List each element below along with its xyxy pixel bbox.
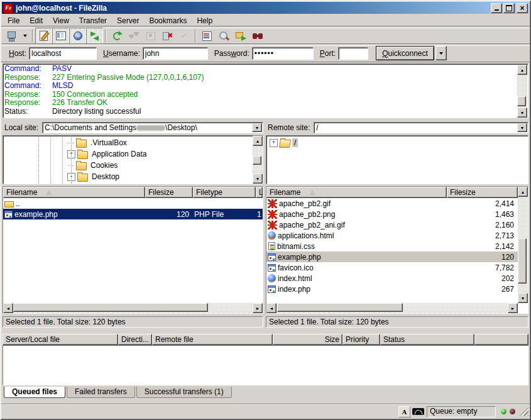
remote-horizontal-scrollbar[interactable]: ◄ ►	[266, 303, 518, 313]
column-header-l[interactable]: L	[256, 187, 263, 198]
directory-listing-filters-button[interactable]	[198, 28, 215, 44]
scrollbar-thumb[interactable]	[517, 96, 526, 106]
local-tree-item[interactable]: Cookies	[3, 160, 263, 171]
queue-column-size[interactable]: Size	[273, 334, 342, 345]
quickconnect-dropdown-button[interactable]	[435, 46, 447, 60]
directory-comparison-button[interactable]	[249, 28, 266, 44]
scroll-left-icon[interactable]: ◄	[266, 303, 276, 313]
file-row[interactable]: index.php267	[266, 284, 518, 294]
disconnect-server-button[interactable]	[159, 28, 176, 44]
menu-item-transfer[interactable]: Transfer	[74, 16, 112, 26]
scroll-left-icon[interactable]: ◄	[3, 303, 13, 313]
column-header-label: Filename	[6, 188, 37, 197]
toggle-local-tree-button[interactable]	[52, 28, 69, 44]
scroll-right-icon[interactable]: ►	[253, 303, 263, 313]
scrollbar-thumb[interactable]	[253, 156, 261, 165]
queue-column-status[interactable]: Status	[380, 334, 474, 345]
scrollbar-track[interactable]	[517, 75, 527, 108]
menu-item-help[interactable]: Help	[192, 16, 217, 26]
scrollbar-track[interactable]	[518, 197, 528, 293]
php-file-icon	[268, 264, 276, 272]
file-row[interactable]: apache_pb2.gif2,414	[266, 198, 518, 209]
local-tree-vertical-scrollbar[interactable]: ▲ ▼	[253, 136, 263, 184]
column-header-filename[interactable]: Filename	[3, 187, 145, 198]
file-row[interactable]: favicon.ico7,782	[266, 262, 518, 273]
local-horizontal-scrollbar[interactable]: ◄ ►	[3, 303, 263, 313]
menu-item-edit[interactable]: Edit	[25, 16, 48, 26]
local-site-combobox[interactable]: C:\Documents and Settings\Desktop\ ▼	[42, 122, 263, 133]
close-icon: ×	[520, 4, 524, 12]
quickconnect-button[interactable]: Quickconnect	[376, 46, 434, 60]
scroll-down-icon[interactable]: ▼	[253, 174, 263, 184]
scroll-up-icon[interactable]: ▲	[253, 136, 263, 146]
toggle-remote-tree-button[interactable]	[69, 28, 86, 44]
file-row[interactable]: index.html202	[266, 273, 518, 284]
chevron-down-icon[interactable]: ▼	[517, 123, 527, 132]
data-type-indicator[interactable]: A	[398, 406, 410, 417]
file-row[interactable]: example.php120PHP File1	[3, 209, 263, 219]
site-manager-dropdown-button[interactable]	[19, 28, 30, 44]
file-search-button[interactable]	[215, 28, 232, 44]
file-row[interactable]: apache_pb2_ani.gif2,160	[266, 219, 518, 230]
scroll-down-icon[interactable]: ▼	[517, 108, 527, 118]
tab-queued-files[interactable]: Queued files	[4, 387, 65, 398]
local-tree-item[interactable]: -Desktop	[3, 171, 263, 182]
queue-column-serverlocalfile[interactable]: Server/Local file	[3, 334, 118, 345]
scrollbar-track[interactable]	[276, 303, 508, 313]
queue-column-remotefile[interactable]: Remote file	[152, 334, 273, 345]
file-row[interactable]: example.php120	[266, 251, 518, 262]
speed-limits-icon[interactable]	[412, 408, 424, 415]
queue-column-directi[interactable]: Directi...	[118, 334, 152, 345]
scroll-up-icon[interactable]: ▲	[517, 65, 527, 75]
chevron-down-icon[interactable]: ▼	[252, 123, 262, 132]
title-bar[interactable]: Fz john@localhost - FileZilla ×	[2, 2, 529, 14]
refresh-listing-button[interactable]	[108, 28, 125, 44]
scroll-right-icon[interactable]: ►	[508, 303, 518, 313]
resize-grip[interactable]	[520, 407, 528, 416]
remote-site-combobox[interactable]: / ▼	[314, 122, 528, 133]
menu-item-file[interactable]: File	[3, 16, 25, 26]
tab-successful-transfers-[interactable]: Successful transfers (1)	[136, 387, 232, 398]
column-header-filetype[interactable]: Filetype	[193, 187, 256, 198]
message-log-vertical-scrollbar[interactable]: ▲ ▼	[517, 65, 527, 118]
expand-icon[interactable]: +	[270, 139, 278, 147]
scrollbar-thumb[interactable]	[518, 238, 527, 284]
file-row[interactable]: ..	[3, 198, 263, 209]
scrollbar-track[interactable]	[13, 303, 253, 313]
maximize-button[interactable]	[503, 3, 515, 13]
local-tree-item[interactable]: +Application Data	[3, 148, 263, 160]
file-row[interactable]: applications.html2,713	[266, 230, 518, 241]
scroll-down-icon[interactable]: ▼	[518, 293, 528, 303]
port-input[interactable]	[338, 47, 368, 60]
menu-item-view[interactable]: View	[48, 16, 74, 26]
file-row[interactable]: apache_pb2.png1,463	[266, 209, 518, 219]
queue-column-priority[interactable]: Priority	[342, 334, 380, 345]
menu-item-bookmarks[interactable]: Bookmarks	[144, 16, 192, 26]
scrollbar-thumb[interactable]	[13, 303, 208, 312]
toolbar	[3, 28, 266, 44]
toggle-message-log-button[interactable]	[35, 28, 52, 44]
remote-vertical-scrollbar[interactable]: ▲ ▼	[518, 187, 528, 303]
column-header-filename[interactable]: Filename	[266, 187, 447, 198]
password-input[interactable]	[252, 47, 314, 60]
username-input[interactable]	[143, 47, 208, 60]
transfer-queue-list[interactable]	[3, 345, 528, 385]
log-line: Response:226 Transfer OK	[4, 99, 517, 108]
scroll-up-icon[interactable]: ▲	[518, 187, 528, 197]
menu-item-server[interactable]: Server	[112, 16, 144, 26]
tab-failed-transfers[interactable]: Failed transfers	[67, 387, 135, 398]
file-row[interactable]: bitnami.css2,142	[266, 241, 518, 251]
scrollbar-track[interactable]	[253, 146, 263, 174]
minimize-button[interactable]	[491, 3, 502, 13]
open-site-manager-button[interactable]	[3, 28, 19, 44]
column-header-filesize[interactable]: Filesize	[447, 187, 518, 198]
refresh-listing-icon	[111, 30, 123, 41]
toggle-transfer-queue-button[interactable]	[86, 28, 103, 44]
scrollbar-thumb[interactable]	[277, 303, 403, 312]
close-button[interactable]: ×	[517, 3, 528, 13]
column-header-filesize[interactable]: Filesize	[145, 187, 193, 198]
remote-tree-item[interactable]: +/	[266, 137, 528, 148]
local-tree-item[interactable]: .VirtualBox	[3, 137, 263, 148]
host-input[interactable]	[29, 47, 97, 60]
synchronized-browsing-button[interactable]	[232, 28, 249, 44]
